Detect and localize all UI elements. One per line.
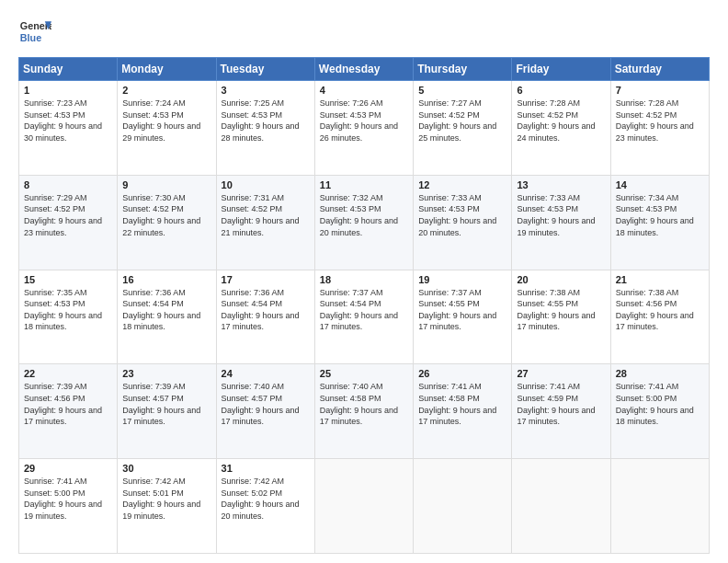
calendar-cell: 23 Sunrise: 7:39 AM Sunset: 4:57 PM Dayl… [118, 364, 216, 459]
calendar-cell: 17 Sunrise: 7:36 AM Sunset: 4:54 PM Dayl… [216, 270, 314, 364]
calendar-week-1: 1 Sunrise: 7:23 AM Sunset: 4:53 PM Dayli… [19, 81, 710, 176]
day-info: Sunrise: 7:41 AM Sunset: 4:59 PM Dayligh… [517, 382, 595, 426]
generalblue-logo-icon: General Blue [18, 15, 51, 48]
day-info: Sunrise: 7:36 AM Sunset: 4:54 PM Dayligh… [122, 288, 200, 332]
day-number: 7 [616, 85, 704, 96]
weekday-header-tuesday: Tuesday [216, 58, 314, 81]
day-number: 19 [418, 274, 506, 285]
weekday-header-monday: Monday [118, 58, 216, 81]
calendar-cell: 2 Sunrise: 7:24 AM Sunset: 4:53 PM Dayli… [118, 81, 216, 176]
calendar-cell: 25 Sunrise: 7:40 AM Sunset: 4:58 PM Dayl… [314, 364, 413, 459]
day-info: Sunrise: 7:32 AM Sunset: 4:53 PM Dayligh… [320, 193, 398, 237]
day-number: 9 [122, 179, 210, 190]
day-info: Sunrise: 7:27 AM Sunset: 4:52 PM Dayligh… [418, 98, 496, 143]
day-number: 10 [222, 179, 310, 190]
day-number: 16 [122, 274, 210, 285]
day-number: 27 [517, 368, 605, 379]
day-info: Sunrise: 7:30 AM Sunset: 4:52 PM Dayligh… [122, 193, 200, 237]
day-number: 6 [517, 85, 605, 96]
calendar-cell: 30 Sunrise: 7:42 AM Sunset: 5:01 PM Dayl… [118, 459, 216, 554]
day-number: 31 [222, 463, 310, 474]
day-info: Sunrise: 7:40 AM Sunset: 4:58 PM Dayligh… [320, 382, 398, 426]
day-info: Sunrise: 7:29 AM Sunset: 4:52 PM Dayligh… [24, 193, 102, 237]
day-info: Sunrise: 7:31 AM Sunset: 4:52 PM Dayligh… [222, 193, 300, 237]
day-info: Sunrise: 7:23 AM Sunset: 4:53 PM Dayligh… [24, 98, 102, 143]
day-info: Sunrise: 7:35 AM Sunset: 4:53 PM Dayligh… [24, 288, 102, 332]
calendar-cell: 21 Sunrise: 7:38 AM Sunset: 4:56 PM Dayl… [610, 270, 709, 364]
day-number: 18 [320, 274, 408, 285]
day-number: 25 [320, 368, 408, 379]
weekday-header-wednesday: Wednesday [314, 58, 413, 81]
calendar-cell: 26 Sunrise: 7:41 AM Sunset: 4:58 PM Dayl… [414, 364, 512, 459]
weekday-header-sunday: Sunday [19, 58, 118, 81]
day-number: 3 [222, 85, 310, 96]
day-number: 20 [517, 274, 605, 285]
calendar-cell: 28 Sunrise: 7:41 AM Sunset: 5:00 PM Dayl… [610, 364, 709, 459]
day-number: 28 [616, 368, 704, 379]
day-info: Sunrise: 7:37 AM Sunset: 4:55 PM Dayligh… [418, 288, 496, 332]
calendar-header-row: SundayMondayTuesdayWednesdayThursdayFrid… [19, 58, 710, 81]
day-info: Sunrise: 7:38 AM Sunset: 4:55 PM Dayligh… [517, 288, 595, 332]
calendar-cell: 7 Sunrise: 7:28 AM Sunset: 4:52 PM Dayli… [610, 81, 709, 176]
day-number: 1 [24, 85, 112, 96]
day-info: Sunrise: 7:26 AM Sunset: 4:53 PM Dayligh… [320, 98, 398, 143]
calendar-cell [314, 459, 413, 554]
calendar-cell: 5 Sunrise: 7:27 AM Sunset: 4:52 PM Dayli… [414, 81, 512, 176]
weekday-header-friday: Friday [512, 58, 610, 81]
day-info: Sunrise: 7:39 AM Sunset: 4:57 PM Dayligh… [122, 382, 200, 426]
day-number: 4 [320, 85, 408, 96]
calendar-cell: 13 Sunrise: 7:33 AM Sunset: 4:53 PM Dayl… [512, 175, 610, 270]
calendar-cell: 31 Sunrise: 7:42 AM Sunset: 5:02 PM Dayl… [216, 459, 314, 554]
calendar-week-4: 22 Sunrise: 7:39 AM Sunset: 4:56 PM Dayl… [19, 364, 710, 459]
calendar-week-2: 8 Sunrise: 7:29 AM Sunset: 4:52 PM Dayli… [19, 175, 710, 270]
day-number: 22 [24, 368, 112, 379]
weekday-header-thursday: Thursday [414, 58, 512, 81]
day-info: Sunrise: 7:42 AM Sunset: 5:02 PM Dayligh… [222, 477, 300, 521]
day-number: 24 [222, 368, 310, 379]
calendar-cell [610, 459, 709, 554]
page: General Blue SundayMondayTuesdayWednesda… [0, 0, 728, 563]
day-number: 5 [418, 85, 506, 96]
day-number: 13 [517, 179, 605, 190]
day-number: 17 [222, 274, 310, 285]
calendar-week-3: 15 Sunrise: 7:35 AM Sunset: 4:53 PM Dayl… [19, 270, 710, 364]
day-info: Sunrise: 7:39 AM Sunset: 4:56 PM Dayligh… [24, 382, 102, 426]
day-number: 29 [24, 463, 112, 474]
calendar-table: SundayMondayTuesdayWednesdayThursdayFrid… [18, 57, 710, 554]
day-number: 15 [24, 274, 112, 285]
svg-text:Blue: Blue [20, 32, 41, 43]
day-info: Sunrise: 7:41 AM Sunset: 5:00 PM Dayligh… [616, 382, 694, 426]
day-info: Sunrise: 7:36 AM Sunset: 4:54 PM Dayligh… [222, 288, 300, 332]
day-info: Sunrise: 7:28 AM Sunset: 4:52 PM Dayligh… [616, 98, 694, 143]
calendar-cell: 8 Sunrise: 7:29 AM Sunset: 4:52 PM Dayli… [19, 175, 118, 270]
calendar-cell: 22 Sunrise: 7:39 AM Sunset: 4:56 PM Dayl… [19, 364, 118, 459]
day-info: Sunrise: 7:33 AM Sunset: 4:53 PM Dayligh… [517, 193, 595, 237]
calendar-week-5: 29 Sunrise: 7:41 AM Sunset: 5:00 PM Dayl… [19, 459, 710, 554]
calendar-cell: 15 Sunrise: 7:35 AM Sunset: 4:53 PM Dayl… [19, 270, 118, 364]
calendar-cell [512, 459, 610, 554]
calendar-cell: 3 Sunrise: 7:25 AM Sunset: 4:53 PM Dayli… [216, 81, 314, 176]
day-info: Sunrise: 7:24 AM Sunset: 4:53 PM Dayligh… [122, 98, 200, 143]
day-info: Sunrise: 7:37 AM Sunset: 4:54 PM Dayligh… [320, 288, 398, 332]
calendar-cell: 12 Sunrise: 7:33 AM Sunset: 4:53 PM Dayl… [414, 175, 512, 270]
calendar-cell: 4 Sunrise: 7:26 AM Sunset: 4:53 PM Dayli… [314, 81, 413, 176]
day-info: Sunrise: 7:38 AM Sunset: 4:56 PM Dayligh… [616, 288, 694, 332]
calendar-cell: 10 Sunrise: 7:31 AM Sunset: 4:52 PM Dayl… [216, 175, 314, 270]
calendar-cell: 9 Sunrise: 7:30 AM Sunset: 4:52 PM Dayli… [118, 175, 216, 270]
day-number: 2 [122, 85, 210, 96]
calendar-cell: 27 Sunrise: 7:41 AM Sunset: 4:59 PM Dayl… [512, 364, 610, 459]
day-number: 14 [616, 179, 704, 190]
calendar-cell: 14 Sunrise: 7:34 AM Sunset: 4:53 PM Dayl… [610, 175, 709, 270]
calendar-cell: 6 Sunrise: 7:28 AM Sunset: 4:52 PM Dayli… [512, 81, 610, 176]
day-number: 8 [24, 179, 112, 190]
day-number: 30 [122, 463, 210, 474]
day-number: 12 [418, 179, 506, 190]
calendar-cell [414, 459, 512, 554]
day-info: Sunrise: 7:34 AM Sunset: 4:53 PM Dayligh… [616, 193, 694, 237]
day-info: Sunrise: 7:25 AM Sunset: 4:53 PM Dayligh… [222, 98, 300, 143]
calendar-cell: 20 Sunrise: 7:38 AM Sunset: 4:55 PM Dayl… [512, 270, 610, 364]
day-info: Sunrise: 7:28 AM Sunset: 4:52 PM Dayligh… [517, 98, 595, 143]
calendar-cell: 11 Sunrise: 7:32 AM Sunset: 4:53 PM Dayl… [314, 175, 413, 270]
header: General Blue [18, 15, 710, 48]
calendar-cell: 1 Sunrise: 7:23 AM Sunset: 4:53 PM Dayli… [19, 81, 118, 176]
